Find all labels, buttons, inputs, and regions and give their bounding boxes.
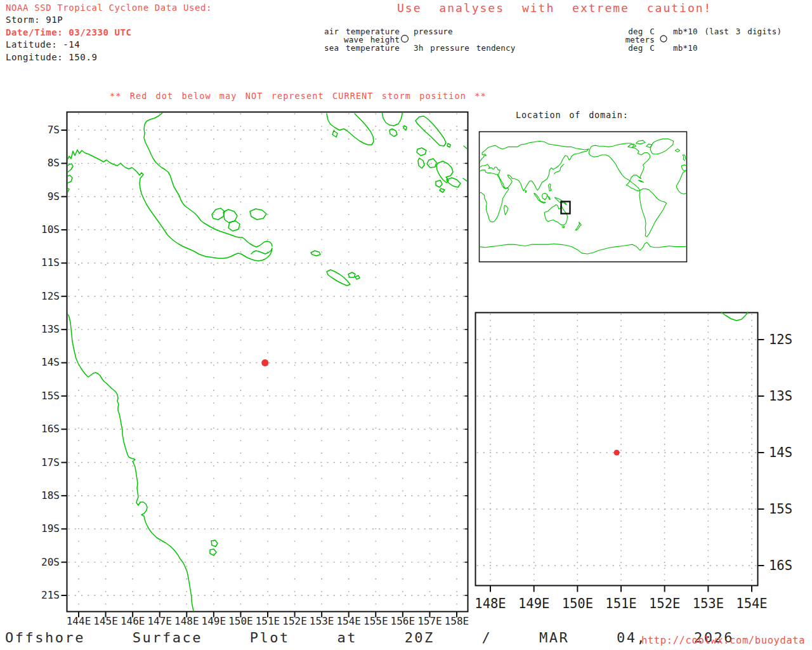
main-map [62, 112, 468, 618]
world-map-title: Location of domain: [516, 110, 629, 120]
main-map-lat-tick-label: 8S [23, 157, 60, 169]
station-model-circle-icon [402, 36, 409, 43]
storm-position-dot-main [261, 359, 268, 366]
inset-map-lat-tick-label: 16S [769, 558, 792, 573]
main-map-lat-tick-label: 11S [23, 256, 60, 269]
inset-map-lat-tick-label: 14S [769, 445, 792, 460]
storm-longitude-line: Longitude: 150.9 [6, 51, 212, 63]
storm-id-line: Storm: 91P [6, 14, 212, 26]
main-map-lon-tick-label: 158E [439, 615, 475, 627]
legend-pressure: pressure [414, 27, 453, 36]
main-map-lat-tick-label: 19S [23, 522, 60, 534]
legend-unit-degc-sea: deg C [533, 43, 655, 53]
storm-position-dot-inset [614, 450, 620, 456]
noaa-source-line: NOAA SSD Tropical Cyclone Data Used: [6, 2, 212, 14]
inset-map [476, 312, 764, 592]
main-map-lat-tick-label: 7S [23, 124, 60, 136]
main-map-lat-tick-label: 18S [23, 489, 60, 501]
legend-pressure-tendency: 3h pressure tendency [414, 43, 516, 53]
main-map-lat-tick-label: 17S [23, 456, 60, 468]
main-map-lat-tick-label: 16S [23, 423, 60, 435]
offshore-surface-plot-page: { "colors": { "accent_red": "#f4544e", "… [0, 0, 812, 650]
units-model-circle-icon [660, 36, 667, 42]
legend-sea-temperature: sea temperature [273, 43, 400, 53]
world-coastlines [480, 139, 687, 254]
legend-unit-mb10: mb*10 [673, 43, 698, 53]
storm-datetime-line: Date/Time: 03/2330 UTC [6, 27, 212, 39]
main-map-lat-tick-label: 20S [23, 556, 60, 568]
main-map-lat-tick-label: 13S [23, 323, 60, 335]
inset-map-lat-tick-label: 12S [769, 332, 792, 347]
main-map-lat-tick-label: 12S [23, 290, 60, 302]
caution-title: Use analyses with extreme caution! [397, 1, 712, 15]
main-map-lat-tick-label: 10S [23, 223, 60, 235]
world-map [480, 132, 687, 262]
inset-map-lat-tick-label: 13S [769, 388, 792, 404]
buoydata-link[interactable]: http://coolwx.com/buoydata [641, 635, 805, 646]
storm-position-warning: ** Red dot below may NOT represent CURRE… [110, 91, 487, 101]
storm-latitude-line: Latitude: -14 [6, 39, 212, 51]
main-map-lat-tick-label: 9S [23, 190, 60, 202]
main-map-lat-tick-label: 14S [23, 356, 60, 368]
legend-unit-mb10-last3: mb*10 (last 3 digits) [673, 27, 782, 36]
inset-map-lon-tick-label: 154E [726, 596, 777, 611]
plot-title: Offshore Surface Plot at 20Z / MAR 04, 2… [5, 630, 734, 646]
inset-map-lat-tick-label: 15S [769, 501, 792, 517]
main-map-lat-tick-label: 15S [23, 390, 60, 402]
storm-info-block: NOAA SSD Tropical Cyclone Data Used: Sto… [6, 2, 212, 63]
main-map-lat-tick-label: 21S [23, 589, 60, 601]
